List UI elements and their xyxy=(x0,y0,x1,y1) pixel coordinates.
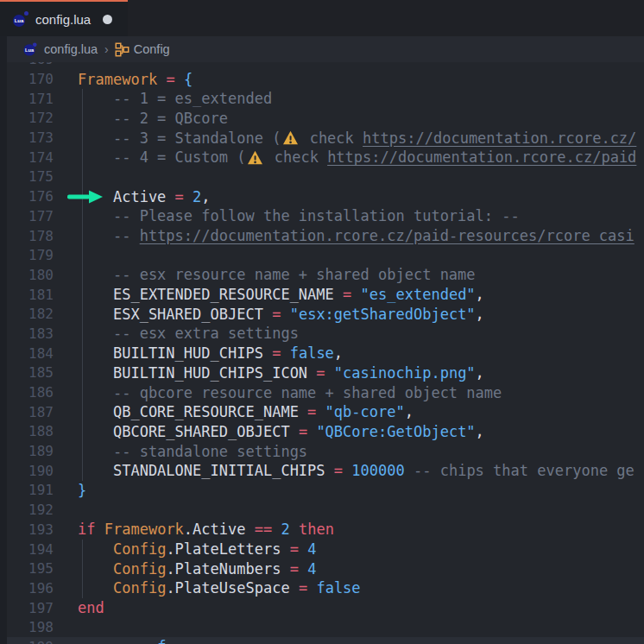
code-line[interactable]: 172 -- 2 = QBcore xyxy=(0,109,644,129)
code-text: -- esx extra settings xyxy=(78,325,299,342)
line-number[interactable]: 171 xyxy=(0,91,54,107)
code-token: 4 xyxy=(307,560,316,578)
line-number[interactable]: 188 xyxy=(0,423,54,439)
code-line[interactable]: 197end xyxy=(0,598,644,618)
line-number[interactable]: 198 xyxy=(0,619,54,635)
line-number[interactable]: 194 xyxy=(0,541,54,558)
code-token: if xyxy=(78,521,95,538)
line-number[interactable]: 174 xyxy=(0,149,54,166)
line-number[interactable]: 182 xyxy=(0,306,54,322)
code-line[interactable]: 174 -- 4 = Custom ( check https://docume… xyxy=(0,148,644,167)
line-number[interactable]: 197 xyxy=(0,600,54,616)
code-text: -- 1 = es_extended xyxy=(78,90,272,107)
line-number[interactable]: 178 xyxy=(0,228,54,244)
vscode-window: Lua config.lua Lua config.lua › Config 1… xyxy=(0,0,644,644)
line-number[interactable]: 199 xyxy=(0,639,54,644)
line-number[interactable]: 170 xyxy=(0,71,54,87)
code-line[interactable]: 199 f xyxy=(0,637,644,644)
line-number[interactable]: 181 xyxy=(0,287,54,303)
line-number[interactable]: 173 xyxy=(0,129,54,146)
chevron-right-icon: › xyxy=(104,42,109,56)
code-line[interactable]: 170Framework = { xyxy=(0,69,644,89)
breadcrumb-symbol[interactable]: Config xyxy=(134,42,170,56)
code-line[interactable]: 190 STANDALONE_INITIAL_CHIPS = 100000 --… xyxy=(0,461,644,481)
code-line[interactable]: 177 -- Please follow the installation tu… xyxy=(0,206,644,226)
breadcrumb-file[interactable]: config.lua xyxy=(44,42,98,56)
code-line[interactable]: 196 Config.PlateUseSpace = false xyxy=(0,578,644,598)
comment-link[interactable]: https://documentation.rcore.cz/ xyxy=(363,129,636,147)
code-line[interactable]: 198 xyxy=(0,617,644,637)
line-number[interactable]: 191 xyxy=(0,482,54,498)
line-number[interactable]: 177 xyxy=(0,208,54,224)
code-token: = xyxy=(290,540,299,558)
code-text: if Framework.Active == 2 then xyxy=(78,521,334,538)
code-token xyxy=(78,540,113,558)
code-line[interactable]: 189 -- standalone settings xyxy=(0,441,644,461)
line-number[interactable]: 186 xyxy=(0,384,54,401)
code-token: = xyxy=(290,560,299,578)
line-number[interactable]: 190 xyxy=(0,463,54,479)
code-text: end xyxy=(78,599,104,616)
code-line[interactable]: 182 ESX_SHARED_OBJECT = "esx:getSharedOb… xyxy=(0,304,644,324)
line-number[interactable]: 172 xyxy=(0,110,54,126)
code-token: -- standalone settings xyxy=(78,443,307,460)
code-line[interactable]: 176 Active = 2, xyxy=(0,186,644,206)
code-token xyxy=(184,188,193,205)
line-number[interactable]: 187 xyxy=(0,404,54,420)
code-text: Config.PlateLetters = 4 xyxy=(78,540,316,558)
warning-icon xyxy=(282,130,299,145)
code-line[interactable]: 194 Config.PlateLetters = 4 xyxy=(0,540,644,559)
code-line[interactable]: 181 ES_EXTENDED_RESOURCE_NAME = "es_exte… xyxy=(0,285,644,305)
comment-link[interactable]: https://documentation.rcore.cz/paid xyxy=(327,148,636,166)
code-line[interactable]: 191} xyxy=(0,481,644,501)
code-token: 4 xyxy=(307,540,316,558)
code-line[interactable]: 185 BUILTIN_HUD_CHIPS_ICON = "casinochip… xyxy=(0,363,644,383)
code-token xyxy=(78,560,113,578)
tab-config-lua[interactable]: Lua config.lua xyxy=(0,0,128,36)
code-line[interactable]: 193if Framework.Active == 2 then xyxy=(0,520,644,540)
code-token: "QBCore:GetObject" xyxy=(316,423,475,440)
code-line[interactable]: 171 -- 1 = es_extended xyxy=(0,89,644,109)
code-token: -- 3 = Standalone ( xyxy=(78,129,281,147)
line-number[interactable]: 176 xyxy=(0,188,54,205)
code-line[interactable]: 195 Config.PlateNumbers = 4 xyxy=(0,559,644,578)
warning-icon xyxy=(247,150,263,165)
line-number[interactable]: 180 xyxy=(0,267,54,283)
code-text: -- https://documentation.rcore.cz/paid-r… xyxy=(78,227,635,244)
code-line[interactable]: 186 -- qbcore resource name + shared obj… xyxy=(0,382,644,402)
line-number[interactable]: 183 xyxy=(0,325,54,342)
comment-link[interactable]: https://documentation.rcore.cz/paid-reso… xyxy=(140,227,635,244)
line-number[interactable]: 179 xyxy=(0,247,54,263)
line-number[interactable]: 196 xyxy=(0,580,54,597)
modified-dot-icon[interactable] xyxy=(103,15,112,24)
code-line[interactable]: 178 -- https://documentation.rcore.cz/pa… xyxy=(0,226,644,246)
line-number[interactable]: 195 xyxy=(0,560,54,577)
indent-guide xyxy=(82,109,83,129)
line-number[interactable]: 189 xyxy=(0,443,54,459)
line-number[interactable]: 193 xyxy=(0,521,54,538)
lua-file-icon: Lua xyxy=(23,42,36,55)
code-text: } xyxy=(78,482,86,499)
editor-left-strip xyxy=(0,36,7,644)
code-token: STANDALONE_INITIAL_CHIPS xyxy=(78,462,334,479)
indent-guide xyxy=(82,578,83,598)
line-number[interactable]: 185 xyxy=(0,364,54,381)
code-line[interactable]: 179 xyxy=(0,245,644,265)
line-number[interactable]: 192 xyxy=(0,502,54,518)
line-number[interactable]: 169 xyxy=(0,62,54,67)
code-line[interactable]: 169 xyxy=(0,62,644,69)
code-line[interactable]: 183 -- esx extra settings xyxy=(0,324,644,344)
code-line[interactable]: 180 -- esx resource name + shared object… xyxy=(0,265,644,285)
code-line[interactable]: 175 xyxy=(0,167,644,187)
code-token: f xyxy=(157,638,166,644)
code-line[interactable]: 188 QBCORE_SHARED_OBJECT = "QBCore:GetOb… xyxy=(0,422,644,442)
code-line[interactable]: 187 QB_CORE_RESOURCE_NAME = "qb-core", xyxy=(0,402,644,422)
line-number[interactable]: 175 xyxy=(0,168,54,185)
code-line[interactable]: 184 BUILTIN_HUD_CHIPS = false, xyxy=(0,344,644,363)
code-token xyxy=(78,638,157,644)
code-line[interactable]: 173 -- 3 = Standalone ( check https://do… xyxy=(0,128,644,148)
code-line[interactable]: 192 xyxy=(0,500,644,520)
code-token xyxy=(157,71,166,88)
code-editor[interactable]: 169170Framework = {171 -- 1 = es_extende… xyxy=(0,62,644,644)
line-number[interactable]: 184 xyxy=(0,345,54,362)
